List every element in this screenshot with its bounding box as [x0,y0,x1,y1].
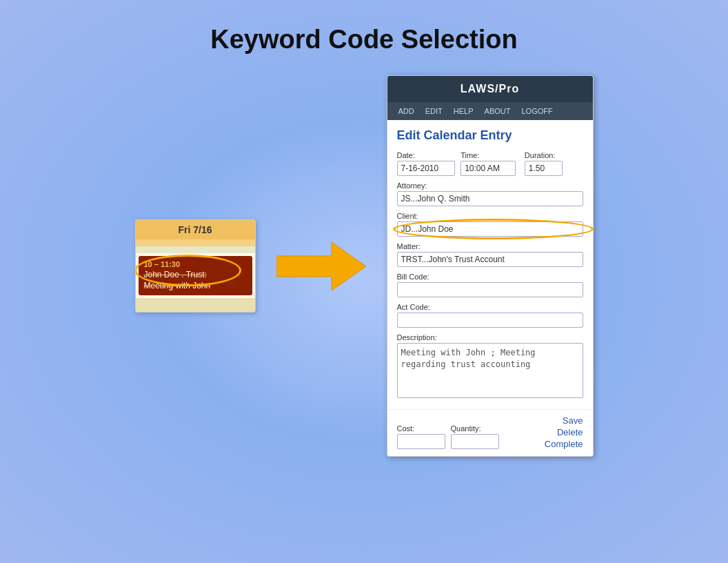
time-input[interactable] [461,161,516,176]
laws-navbar: ADD EDIT HELP ABOUT LOGOFF [387,102,593,120]
act-code-label: Act Code: [397,303,583,311]
laws-footer: Cost: Quantity: Save Delete Complete [387,409,593,456]
laws-titlebar: LAWS/Pro [387,76,593,102]
calendar-card: Fri 7/16 10 – 11:30 John Doe . Trust: Me… [135,219,256,313]
client-field-wrapper [397,221,583,237]
attorney-input[interactable] [397,191,583,206]
calendar-event: 10 – 11:30 John Doe . Trust: Meeting wit… [139,256,252,295]
duration-group: Duration: [525,151,583,176]
arrow-container [276,239,366,294]
description-textarea[interactable]: Meeting with John ; Meeting regarding tr… [397,343,583,398]
nav-about[interactable]: ABOUT [479,105,516,117]
calendar-footer [136,298,255,312]
complete-button[interactable]: Complete [545,439,583,449]
date-time-row: Date: Time: Duration: [397,151,583,176]
quantity-label: Quantity: [451,424,499,433]
laws-panel: LAWS/Pro ADD EDIT HELP ABOUT LOGOFF Edit… [387,75,594,457]
calendar-strip1 [136,239,255,246]
right-arrow-icon [276,239,366,294]
attorney-label: Attorney: [397,181,583,190]
nav-add[interactable]: ADD [393,105,420,117]
cost-input[interactable] [397,434,445,449]
nav-edit[interactable]: EDIT [420,105,448,117]
description-group: Description: Meeting with John ; Meeting… [397,333,583,398]
duration-label: Duration: [525,151,583,159]
svg-marker-0 [276,242,366,290]
laws-body: Edit Calendar Entry Date: Time: Duration… [387,120,593,409]
bill-code-label: Bill Code: [397,273,583,281]
page-title: Keyword Code Selection [0,0,728,68]
cost-label: Cost: [397,424,445,433]
delete-button[interactable]: Delete [557,427,583,437]
client-group: Client: [397,212,583,237]
matter-input[interactable] [397,252,583,267]
duration-input[interactable] [525,161,563,176]
date-input[interactable] [397,161,456,176]
date-label: Date: [397,151,456,159]
form-title: Edit Calendar Entry [397,128,583,143]
cost-group: Cost: [397,424,445,449]
quantity-group: Quantity: [451,424,499,449]
calendar-event-text: John Doe . Trust: Meeting with John [144,270,247,291]
matter-group: Matter: [397,242,583,267]
time-label: Time: [461,151,519,159]
content-area: Fri 7/16 10 – 11:30 John Doe . Trust: Me… [0,75,728,457]
calendar-event-time: 10 – 11:30 [144,260,247,268]
client-label: Client: [397,212,583,220]
date-group: Date: [397,151,456,176]
time-group: Time: [461,151,519,176]
quantity-input[interactable] [451,434,499,449]
act-code-group: Act Code: [397,303,583,328]
footer-actions: Save Delete Complete [545,415,583,449]
act-code-input[interactable] [397,313,583,328]
description-label: Description: [397,333,583,342]
nav-help[interactable]: HELP [448,105,479,117]
attorney-group: Attorney: [397,181,583,206]
save-button[interactable]: Save [563,415,583,426]
calendar-header: Fri 7/16 [136,220,255,239]
bill-code-input[interactable] [397,282,583,297]
matter-label: Matter: [397,242,583,250]
client-input[interactable] [397,221,583,237]
bill-code-group: Bill Code: [397,273,583,297]
nav-logoff[interactable]: LOGOFF [516,105,558,117]
calendar-strip2 [136,246,255,253]
